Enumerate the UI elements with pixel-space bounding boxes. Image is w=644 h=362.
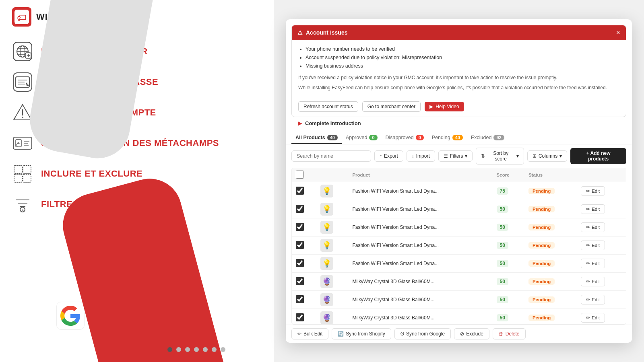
tab-disapproved[interactable]: Disapproved 0 <box>382 132 428 144</box>
columns-chevron-icon: ▾ <box>559 153 562 159</box>
issue-1: Your phone number needs to be verified <box>305 45 619 53</box>
col-status: Status <box>524 168 577 182</box>
table-header-row: Product Score Status <box>292 168 626 182</box>
product-cell: Fashion WIFI Version Smart Led Dyna... <box>352 261 488 266</box>
bulk-action-bar: ✏ Bulk Edit 🔄 Sync from Shopify G Sync f… <box>286 325 632 343</box>
columns-button[interactable]: ⊞ Columns ▾ <box>527 150 567 162</box>
svg-point-19 <box>22 117 23 118</box>
row-checkbox-6[interactable] <box>296 295 304 303</box>
sort-button[interactable]: ⇅ Sort by score ▾ <box>476 148 524 165</box>
row-checkbox-0[interactable] <box>296 187 304 195</box>
col-actions <box>577 168 626 182</box>
sync-shopify-button[interactable]: 🔄 Sync from Shopify <box>332 328 391 339</box>
google-logo <box>56 302 85 330</box>
row-score-cell: 50 <box>493 255 524 273</box>
row-checkbox-cell <box>292 237 316 255</box>
table-row: 💡 Fashion WIFI Version Smart Led Dyna...… <box>292 255 626 273</box>
export-label: Export <box>384 153 398 159</box>
edit-button-6[interactable]: ✏ Edit <box>581 295 605 304</box>
row-checkbox-5[interactable] <box>296 277 304 285</box>
tab-excluded-label: Excluded <box>471 135 491 140</box>
edit-button-7[interactable]: ✏ Edit <box>581 313 605 323</box>
filters-button[interactable]: ☰ Filters ▾ <box>438 150 473 162</box>
row-img-cell: 💡 <box>316 255 348 273</box>
row-name-cell: Fashion WIFI Version Smart Led Dyna... <box>348 255 492 273</box>
row-checkbox-cell <box>292 200 316 218</box>
exclude-icon: ⊘ <box>460 331 464 337</box>
tab-all-products[interactable]: All Products 40 <box>291 132 342 144</box>
pagination-dots <box>167 347 225 352</box>
tab-approved-badge: 0 <box>369 135 377 140</box>
score-badge: 50 <box>497 314 508 321</box>
merchant-center-button[interactable]: Go to merchant center <box>362 101 421 112</box>
bulk-edit-button[interactable]: ✏ Bulk Edit <box>291 328 328 339</box>
row-checkbox-2[interactable] <box>296 223 304 231</box>
main-panel: ⚠ Account Issues × Your phone number nee… <box>274 0 644 362</box>
product-cell: Fashion WIFI Version Smart Led Dyna... <box>352 243 488 248</box>
row-score-cell: 50 <box>493 237 524 255</box>
row-checkbox-7[interactable] <box>296 313 304 321</box>
product-img: 💡 <box>320 185 333 197</box>
product-img: 💡 <box>320 221 333 234</box>
complete-intro-bar[interactable]: ▶ Complete Introduction <box>291 117 626 130</box>
help-video-label: Help Video <box>436 104 459 109</box>
dot-6[interactable] <box>212 347 217 352</box>
export-button[interactable]: ↑ Export <box>374 150 403 162</box>
select-all-checkbox[interactable] <box>296 171 304 179</box>
edit-icon: ✏ <box>586 188 590 194</box>
row-name-cell: MilkyWay Crystal 3D Glass Ball/60M... <box>348 309 492 325</box>
import-icon: ↓ <box>412 153 414 159</box>
edit-button-4[interactable]: ✏ Edit <box>581 259 605 268</box>
warning-icon: ⚠ <box>297 29 303 36</box>
svg-rect-27 <box>23 165 31 173</box>
help-video-button[interactable]: ▶ Help Video <box>425 102 464 111</box>
edit-button-2[interactable]: ✏ Edit <box>581 222 605 232</box>
edit-button-5[interactable]: ✏ Edit <box>581 277 605 286</box>
row-name-cell: Fashion WIFI Version Smart Led Dyna... <box>348 218 492 237</box>
tab-pending[interactable]: Pending 40 <box>428 132 467 144</box>
export-icon: ↑ <box>380 153 382 159</box>
edit-button-3[interactable]: ✏ Edit <box>581 241 605 250</box>
row-checkbox-4[interactable] <box>296 259 304 267</box>
dot-2[interactable] <box>176 347 181 352</box>
row-actions-cell: ✏ Edit <box>577 273 626 291</box>
tab-approved[interactable]: Approved 0 <box>342 132 382 144</box>
dot-1[interactable] <box>167 347 172 352</box>
status-badge: Pending <box>528 315 555 321</box>
product-name: Fashion WIFI Version Smart Led Dyna... <box>352 206 439 212</box>
sync-google-button[interactable]: G Sync from Google <box>394 328 451 339</box>
score-badge: 50 <box>497 296 508 303</box>
banner-actions: Refresh account status Go to merchant ce… <box>292 98 626 117</box>
delete-label: Delete <box>506 331 520 337</box>
filters-label: Filters <box>450 153 463 159</box>
dot-7[interactable] <box>221 347 225 352</box>
dot-4[interactable] <box>194 347 199 352</box>
import-button[interactable]: ↓ Import <box>407 150 435 162</box>
row-checkbox-3[interactable] <box>296 241 304 249</box>
edit-icon: ✏ <box>586 297 590 302</box>
search-input[interactable] <box>291 150 371 162</box>
product-cell: MilkyWay Crystal 3D Glass Ball/60M... <box>352 279 488 284</box>
col-product: Product <box>348 168 492 182</box>
tab-pending-badge: 40 <box>452 135 463 140</box>
add-products-button[interactable]: + Add new products <box>570 148 626 164</box>
score-badge: 50 <box>497 260 508 267</box>
edit-button-1[interactable]: ✏ Edit <box>581 204 605 214</box>
row-score-cell: 50 <box>493 291 524 309</box>
exclude-label: Exclude <box>466 331 483 337</box>
product-name: MilkyWay Crystal 3D Glass Ball/60M... <box>352 315 434 321</box>
row-checkbox-1[interactable] <box>296 205 304 213</box>
banner-close-button[interactable]: × <box>616 29 620 37</box>
table-row: 💡 Fashion WIFI Version Smart Led Dyna...… <box>292 218 626 237</box>
toolbar-right: ↑ Export ↓ Import ☰ Filters ▾ ⇅ Sort by … <box>374 148 626 165</box>
refresh-account-button[interactable]: Refresh account status <box>298 101 358 112</box>
edit-button-0[interactable]: ✏ Edit <box>581 186 605 196</box>
columns-icon: ⊞ <box>533 153 537 159</box>
svg-rect-26 <box>14 165 22 173</box>
dot-3[interactable] <box>185 347 190 352</box>
product-img: 💡 <box>320 239 333 252</box>
exclude-button[interactable]: ⊘ Exclude <box>454 328 489 339</box>
dot-5[interactable] <box>203 347 208 352</box>
delete-button[interactable]: 🗑 Delete <box>493 328 526 339</box>
tab-excluded[interactable]: Excluded 92 <box>467 132 508 144</box>
